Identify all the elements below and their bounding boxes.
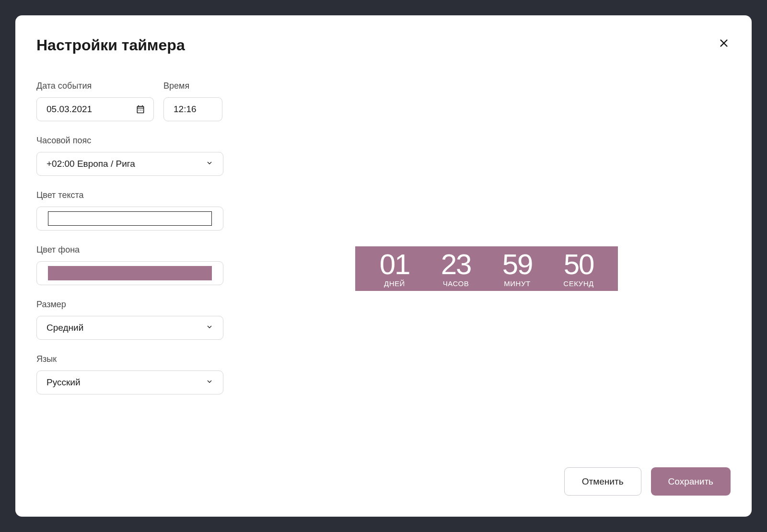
event-time-input[interactable]: 12:16 — [163, 97, 222, 121]
close-icon — [719, 38, 729, 48]
chevron-down-icon — [206, 159, 213, 169]
size-label: Размер — [36, 300, 223, 310]
text-color-input[interactable] — [36, 207, 223, 231]
event-date-value: 05.03.2021 — [46, 104, 92, 115]
event-time-group: Время 12:16 — [163, 81, 222, 121]
modal-footer: Отменить Сохранить — [36, 467, 731, 496]
timer-label: СЕКУНД — [563, 280, 593, 287]
timer-preview: 01ДНЕЙ23ЧАСОВ59МИНУТ50СЕКУНД — [355, 246, 618, 291]
size-value: Средний — [46, 323, 83, 333]
chevron-down-icon — [206, 377, 213, 388]
event-time-value: 12:16 — [174, 104, 197, 115]
timezone-value: +02:00 Европа / Рига — [46, 159, 135, 169]
text-color-label: Цвет текста — [36, 190, 223, 200]
cancel-button[interactable]: Отменить — [564, 467, 641, 496]
timer-value: 23 — [441, 250, 471, 279]
timer-value: 50 — [564, 250, 594, 279]
preview-column: 01ДНЕЙ23ЧАСОВ59МИНУТ50СЕКУНД — [243, 81, 731, 456]
svg-point-4 — [142, 110, 143, 111]
bg-color-swatch — [48, 266, 212, 280]
language-value: Русский — [46, 377, 81, 388]
timer-label: МИНУТ — [504, 280, 530, 287]
close-button[interactable] — [717, 36, 731, 50]
form-column: Дата события 05.03.2021 — [36, 81, 223, 456]
timezone-select[interactable]: +02:00 Европа / Рига — [36, 152, 223, 176]
bg-color-group: Цвет фона — [36, 245, 223, 285]
timer-label: ЧАСОВ — [443, 280, 469, 287]
text-color-swatch — [48, 211, 212, 226]
language-select[interactable]: Русский — [36, 370, 223, 394]
timer-value: 01 — [380, 250, 410, 279]
date-time-row: Дата события 05.03.2021 — [36, 81, 223, 121]
timer-unit: 50СЕКУНД — [548, 250, 609, 287]
timer-label: ДНЕЙ — [384, 280, 405, 287]
timezone-group: Часовой пояс +02:00 Европа / Рига — [36, 136, 223, 176]
timer-unit: 23ЧАСОВ — [425, 250, 487, 287]
event-date-label: Дата события — [36, 81, 154, 91]
chevron-down-icon — [206, 323, 213, 333]
timer-unit: 01ДНЕЙ — [364, 250, 425, 287]
timezone-label: Часовой пояс — [36, 136, 223, 146]
event-time-label: Время — [163, 81, 222, 91]
size-group: Размер Средний — [36, 300, 223, 340]
timer-unit: 59МИНУТ — [487, 250, 548, 287]
bg-color-label: Цвет фона — [36, 245, 223, 255]
timer-settings-modal: Настройки таймера Дата события 05.03.202… — [15, 15, 752, 517]
language-group: Язык Русский — [36, 354, 223, 394]
text-color-group: Цвет текста — [36, 190, 223, 231]
timer-value: 59 — [502, 250, 533, 279]
calendar-icon — [136, 104, 145, 114]
event-date-input-wrapper: 05.03.2021 — [36, 97, 154, 121]
modal-body: Дата события 05.03.2021 — [36, 81, 731, 456]
size-select[interactable]: Средний — [36, 316, 223, 340]
language-label: Язык — [36, 354, 223, 364]
svg-point-3 — [140, 110, 141, 111]
bg-color-input[interactable] — [36, 261, 223, 285]
modal-header: Настройки таймера — [36, 36, 731, 54]
modal-title: Настройки таймера — [36, 36, 185, 54]
save-button[interactable]: Сохранить — [651, 467, 731, 496]
event-date-group: Дата события 05.03.2021 — [36, 81, 154, 121]
svg-point-2 — [139, 110, 139, 111]
